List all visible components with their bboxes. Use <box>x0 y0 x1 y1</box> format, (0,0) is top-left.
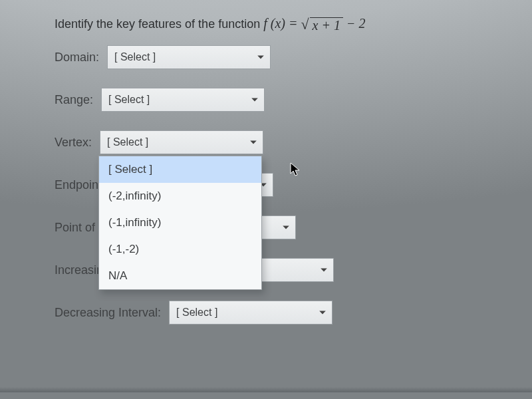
chevron-down-icon <box>251 96 259 104</box>
vertex-option[interactable]: (-1,-2) <box>99 236 261 263</box>
bottom-shadow <box>0 387 532 392</box>
decreasing-select[interactable]: [ Select ] <box>169 301 332 325</box>
chevron-down-icon <box>282 223 290 231</box>
domain-row: Domain: [ Select ] <box>55 45 500 69</box>
vertex-option[interactable]: [ Select ] <box>99 156 261 183</box>
range-label: Range: <box>55 93 93 107</box>
vertex-option[interactable]: (-2,infinity) <box>99 183 261 209</box>
vertex-select[interactable]: [ Select ] <box>100 130 263 154</box>
vertex-label: Vertex: <box>55 136 92 150</box>
point-of-label: Point of <box>55 221 95 235</box>
radical-icon: √ <box>301 17 309 32</box>
vertex-select-value: [ Select ] <box>107 136 148 148</box>
range-select[interactable]: [ Select ] <box>101 88 265 112</box>
chevron-down-icon <box>249 138 257 146</box>
chevron-down-icon <box>319 309 327 317</box>
chevron-down-icon <box>257 53 265 61</box>
decreasing-label: Decreasing Interval: <box>55 306 161 320</box>
vertex-dropdown[interactable]: [ Select ] (-2,infinity) (-1,infinity) (… <box>98 156 262 290</box>
vertex-option[interactable]: (-1,infinity) <box>99 209 261 236</box>
prompt-lead: Identify the key features of the functio… <box>55 17 263 31</box>
range-select-value: [ Select ] <box>108 94 150 106</box>
range-row: Range: [ Select ] <box>55 88 500 112</box>
radicand: x + 1 <box>310 17 343 33</box>
endpoint-label: Endpoint <box>55 178 102 192</box>
domain-select-value: [ Select ] <box>114 51 156 63</box>
decreasing-select-value: [ Select ] <box>176 307 217 319</box>
function-fx: f (x) <box>263 16 285 31</box>
question-prompt: Identify the key features of the functio… <box>55 16 500 33</box>
vertex-row: Vertex: [ Select ] <box>55 130 500 154</box>
prompt-tail: − 2 <box>346 16 366 31</box>
domain-label: Domain: <box>55 51 99 65</box>
chevron-down-icon <box>320 266 328 274</box>
vertex-option[interactable]: N/A <box>99 263 261 289</box>
decreasing-row: Decreasing Interval: [ Select ] <box>55 301 500 325</box>
square-root-expression: √ x + 1 <box>301 17 342 33</box>
domain-select[interactable]: [ Select ] <box>107 45 271 69</box>
equals-sign: = <box>289 16 301 31</box>
